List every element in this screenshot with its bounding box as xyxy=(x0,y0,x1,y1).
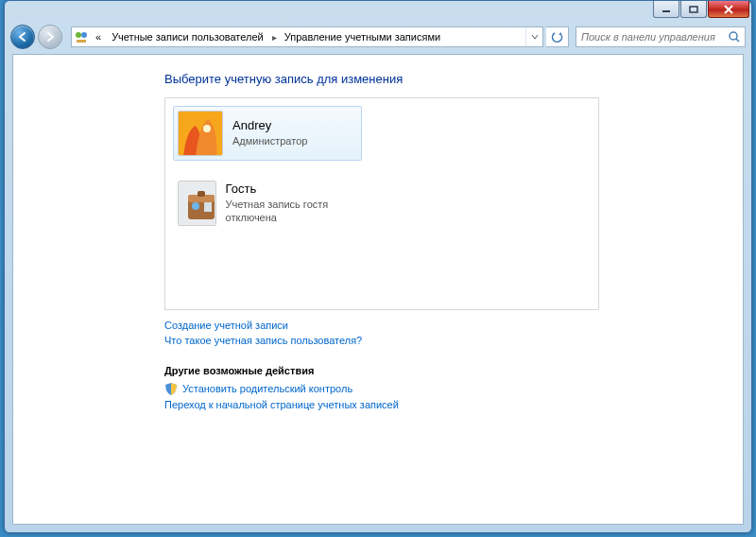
account-role: Учетная запись гостя отключена xyxy=(226,198,357,225)
svg-point-13 xyxy=(192,202,199,210)
account-andrey[interactable]: Andrey Администратор xyxy=(173,106,362,161)
avatar-andrey xyxy=(178,111,223,156)
forward-button[interactable] xyxy=(38,25,62,49)
svg-rect-0 xyxy=(662,10,670,12)
link-parental-control-row[interactable]: Установить родительский контроль xyxy=(164,382,743,395)
maximize-icon xyxy=(689,6,698,13)
svg-point-8 xyxy=(203,125,211,132)
page-heading: Выберите учетную запись для изменения xyxy=(164,72,743,86)
search-icon[interactable] xyxy=(724,30,745,43)
title-bar xyxy=(5,1,751,22)
account-role: Администратор xyxy=(232,134,307,147)
back-arrow-icon xyxy=(16,30,29,43)
chevron-down-icon xyxy=(531,33,539,41)
links-block: Создание учетной записи Что такое учетна… xyxy=(164,320,743,346)
account-name: Гость xyxy=(226,182,357,198)
close-icon xyxy=(723,5,734,14)
other-actions-title: Другие возможные действия xyxy=(164,365,743,376)
refresh-button[interactable] xyxy=(546,26,569,47)
shield-icon xyxy=(164,382,178,395)
breadcrumb-dropdown[interactable] xyxy=(525,27,542,46)
svg-rect-4 xyxy=(77,40,86,43)
svg-rect-1 xyxy=(690,7,697,12)
breadcrumb-back-chev[interactable]: « xyxy=(91,27,107,46)
chevron-right-icon: ▸ xyxy=(269,32,280,43)
link-create-account[interactable]: Создание учетной записи xyxy=(164,320,743,331)
svg-point-2 xyxy=(76,32,81,38)
nav-bar: « Учетные записи пользователей ▸ Управле… xyxy=(5,22,751,52)
refresh-icon xyxy=(551,30,564,43)
breadcrumb-seg-users[interactable]: Учетные записи пользователей xyxy=(107,27,269,46)
svg-line-6 xyxy=(736,39,739,42)
svg-rect-12 xyxy=(198,191,205,197)
breadcrumb-seg-manage[interactable]: Управление учетными записями xyxy=(280,27,446,46)
accounts-list: Andrey Администратор xyxy=(164,97,599,310)
link-goto-accounts-home[interactable]: Переход к начальной странице учетных зап… xyxy=(164,399,743,410)
minimize-button[interactable] xyxy=(653,1,679,18)
maximize-button[interactable] xyxy=(680,1,707,18)
forward-arrow-icon xyxy=(43,30,57,43)
account-text: Andrey Администратор xyxy=(232,118,307,147)
close-button[interactable] xyxy=(708,1,749,18)
svg-point-5 xyxy=(730,32,737,40)
window-frame: « Учетные записи пользователей ▸ Управле… xyxy=(4,0,752,533)
search-input[interactable] xyxy=(576,31,724,43)
search-box[interactable] xyxy=(576,26,746,47)
minimize-icon xyxy=(662,6,671,13)
avatar-guest xyxy=(178,181,216,226)
link-whatis-account[interactable]: Что такое учетная запись пользователя? xyxy=(164,335,743,346)
account-text: Гость Учетная запись гостя отключена xyxy=(226,182,357,224)
account-guest[interactable]: Гость Учетная запись гостя отключена xyxy=(173,176,362,231)
content-area: Выберите учетную запись для изменения An… xyxy=(12,54,744,525)
control-panel-icon xyxy=(72,27,91,46)
account-name: Andrey xyxy=(232,118,307,134)
link-parental-control[interactable]: Установить родительский контроль xyxy=(182,383,352,394)
back-button[interactable] xyxy=(10,25,35,49)
svg-point-3 xyxy=(81,32,87,38)
breadcrumb[interactable]: « Учетные записи пользователей ▸ Управле… xyxy=(71,26,543,47)
svg-rect-14 xyxy=(204,202,212,212)
